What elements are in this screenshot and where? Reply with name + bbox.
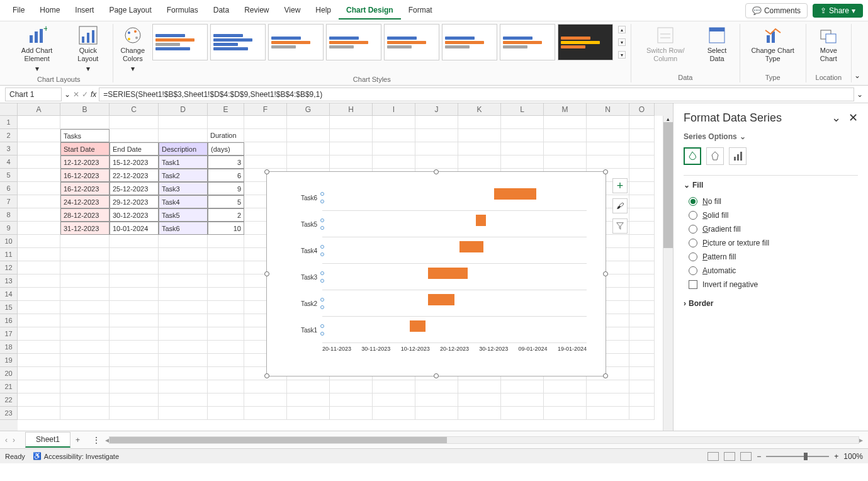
cell[interactable] (18, 274, 60, 288)
cell[interactable] (60, 341, 110, 354)
chart-elements-button[interactable]: + (612, 178, 628, 193)
chart-bar[interactable] (476, 215, 487, 226)
cell[interactable] (208, 380, 244, 393)
cell[interactable] (330, 407, 373, 420)
cell[interactable] (60, 235, 110, 248)
cell[interactable] (208, 274, 244, 288)
cell[interactable] (629, 182, 655, 195)
cell[interactable] (629, 235, 655, 248)
select-data-button[interactable]: Select Data (699, 24, 734, 64)
cell[interactable] (287, 142, 330, 156)
cell[interactable] (244, 380, 287, 393)
chart-filter-button[interactable] (612, 218, 628, 234)
cell[interactable] (18, 235, 60, 248)
cell[interactable] (501, 116, 544, 129)
cell[interactable] (458, 129, 501, 142)
cell[interactable] (629, 407, 655, 420)
cell[interactable] (208, 407, 244, 420)
cell[interactable] (208, 341, 244, 354)
cell[interactable]: Description (159, 142, 208, 156)
chart-series-handle[interactable] (320, 279, 324, 283)
cell[interactable] (587, 142, 629, 156)
chart-style-4[interactable] (326, 24, 381, 60)
cell[interactable] (501, 129, 544, 142)
col-header-k[interactable]: K (458, 103, 501, 116)
cell[interactable] (287, 156, 330, 169)
cell[interactable]: 15-12-2023 (110, 156, 159, 169)
cell[interactable] (208, 235, 244, 248)
accept-formula-icon[interactable]: ✓ (82, 90, 88, 99)
cell[interactable] (159, 274, 208, 288)
row-header-3[interactable]: 3 (0, 142, 18, 156)
fill-option-no-fill[interactable]: No fill (684, 195, 858, 208)
cell[interactable] (458, 393, 501, 407)
cell[interactable] (159, 314, 208, 327)
cell[interactable] (110, 288, 159, 301)
cell[interactable] (60, 393, 110, 407)
cell[interactable] (110, 380, 159, 393)
cell[interactable] (110, 129, 159, 142)
cell[interactable]: Task2 (159, 169, 208, 182)
zoom-percentage[interactable]: 100% (843, 452, 863, 461)
cell[interactable] (458, 380, 501, 393)
cell[interactable] (110, 301, 159, 314)
cell[interactable] (373, 142, 415, 156)
menu-data[interactable]: Data (206, 2, 237, 20)
menu-home[interactable]: Home (32, 2, 67, 20)
cell[interactable] (629, 354, 655, 367)
cell[interactable] (287, 393, 330, 407)
row-header-1[interactable]: 1 (0, 116, 18, 129)
cell[interactable] (110, 407, 159, 420)
ribbon-collapse-icon[interactable]: ⌄ (854, 71, 860, 80)
col-header-d[interactable]: D (159, 103, 208, 116)
col-header-a[interactable]: A (18, 103, 60, 116)
cell[interactable] (18, 116, 60, 129)
cell[interactable] (159, 367, 208, 380)
name-box-dropdown[interactable]: ⌄ (64, 90, 70, 99)
cell[interactable] (501, 393, 544, 407)
cell[interactable] (458, 156, 501, 169)
cell[interactable] (629, 116, 655, 129)
cell[interactable] (244, 156, 287, 169)
chart-series-handle[interactable] (320, 192, 324, 196)
fill-option-picture-or-texture-fill[interactable]: Picture or texture fill (684, 236, 858, 250)
cell[interactable] (110, 393, 159, 407)
cell[interactable] (587, 393, 629, 407)
cell[interactable] (60, 367, 110, 380)
cell[interactable] (159, 261, 208, 274)
cell[interactable] (18, 380, 60, 393)
row-header-10[interactable]: 10 (0, 235, 18, 248)
series-options-tab[interactable] (729, 147, 747, 165)
row-header-6[interactable]: 6 (0, 182, 18, 195)
chart-bar[interactable] (428, 268, 468, 279)
add-sheet-button[interactable]: + (76, 436, 80, 444)
col-header-g[interactable]: G (287, 103, 330, 116)
cell[interactable] (208, 301, 244, 314)
sheet-options-icon[interactable]: ⋮ (93, 436, 100, 444)
cell[interactable] (159, 301, 208, 314)
cell[interactable] (18, 407, 60, 420)
cell[interactable] (18, 354, 60, 367)
cell[interactable] (18, 129, 60, 142)
menu-chart-design[interactable]: Chart Design (339, 2, 401, 20)
cell[interactable]: Task5 (159, 208, 208, 222)
cell[interactable]: Task1 (159, 156, 208, 169)
cell[interactable] (18, 288, 60, 301)
move-chart-button[interactable]: Move Chart (811, 24, 846, 64)
cell[interactable] (629, 393, 655, 407)
border-section-toggle[interactable]: › Border (684, 299, 858, 308)
cell[interactable] (60, 301, 110, 314)
row-header-12[interactable]: 12 (0, 261, 18, 274)
col-header-m[interactable]: M (544, 103, 587, 116)
cell[interactable] (587, 407, 629, 420)
cell[interactable]: 12-12-2023 (60, 156, 110, 169)
cell[interactable] (60, 327, 110, 341)
menu-formulas[interactable]: Formulas (159, 2, 206, 20)
cell[interactable] (373, 407, 415, 420)
cell[interactable] (330, 116, 373, 129)
cell[interactable] (18, 314, 60, 327)
cell[interactable]: 2 (208, 208, 244, 222)
cell[interactable] (629, 327, 655, 341)
cell[interactable]: 10-01-2024 (110, 222, 159, 235)
row-header-18[interactable]: 18 (0, 341, 18, 354)
